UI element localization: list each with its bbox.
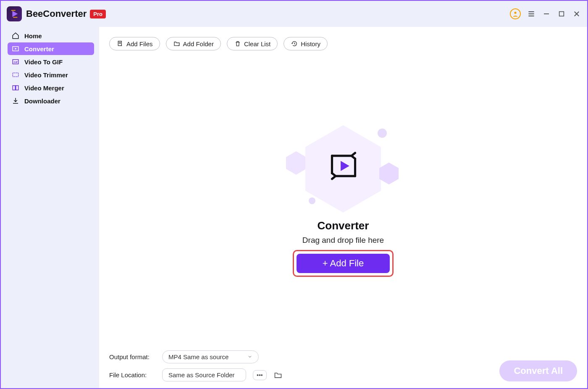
- svg-marker-0: [12, 11, 18, 17]
- add-file-button[interactable]: + Add File: [297, 254, 390, 273]
- pro-badge: Pro: [90, 10, 106, 18]
- sidebar-item-converter[interactable]: Converter: [8, 42, 94, 55]
- svg-point-1: [514, 12, 516, 14]
- add-file-icon: +: [116, 40, 124, 47]
- minimize-icon[interactable]: [542, 9, 551, 18]
- clear-list-button[interactable]: Clear List: [227, 37, 278, 50]
- menu-icon[interactable]: [527, 9, 536, 18]
- file-location-label: File Location:: [109, 371, 155, 378]
- sidebar-item-video-merger[interactable]: Video Merger: [8, 81, 94, 94]
- convert-all-button[interactable]: Convert All: [499, 360, 577, 381]
- home-icon: [12, 32, 19, 39]
- output-format-value: MP4 Same as source: [168, 353, 228, 360]
- sidebar: Home Converter GIF Video To GIF Video Tr…: [1, 27, 99, 388]
- output-format-select[interactable]: MP4 Same as source: [162, 350, 259, 363]
- sidebar-item-video-trimmer[interactable]: Video Trimmer: [8, 68, 94, 81]
- toolbar-label: History: [301, 40, 320, 47]
- convert-play-icon: [326, 148, 362, 186]
- title-bar: BeeConverter Pro: [1, 1, 587, 27]
- svg-rect-6: [559, 12, 564, 16]
- svg-rect-15: [16, 86, 18, 90]
- history-button[interactable]: History: [284, 37, 328, 50]
- toolbar: + Add Files + Add Folder Clear List Hist…: [99, 27, 587, 54]
- drop-title: Converter: [318, 219, 369, 232]
- add-folder-button[interactable]: + Add Folder: [166, 37, 221, 50]
- content-area: + Add Files + Add Folder Clear List Hist…: [99, 27, 587, 388]
- add-files-button[interactable]: + Add Files: [109, 37, 160, 50]
- svg-marker-10: [15, 48, 17, 50]
- gif-icon: GIF: [12, 58, 19, 66]
- chevron-down-icon: [247, 353, 252, 360]
- converter-icon: [12, 45, 19, 53]
- merger-icon: [12, 84, 19, 92]
- file-location-value: Same as Source Folder: [168, 371, 235, 378]
- trash-icon: [234, 40, 242, 47]
- more-options-button[interactable]: •••: [253, 370, 267, 380]
- highlight-annotation: + Add File: [293, 250, 394, 277]
- sidebar-item-label: Downloader: [24, 97, 60, 105]
- svg-rect-14: [13, 86, 15, 90]
- sidebar-item-home[interactable]: Home: [8, 29, 94, 42]
- file-location-input[interactable]: Same as Source Folder: [162, 368, 246, 381]
- sidebar-item-video-to-gif[interactable]: GIF Video To GIF: [8, 55, 94, 68]
- app-logo: [7, 6, 22, 21]
- app-title: BeeConverter: [26, 8, 87, 19]
- add-folder-icon: +: [173, 40, 181, 47]
- trimmer-icon: [12, 71, 19, 79]
- close-icon[interactable]: [572, 9, 581, 18]
- browse-folder-button[interactable]: [273, 371, 283, 380]
- account-icon[interactable]: [510, 8, 521, 19]
- sidebar-item-label: Video Trimmer: [24, 71, 68, 79]
- toolbar-label: Add Folder: [183, 40, 214, 47]
- svg-text:GIF: GIF: [14, 61, 18, 63]
- sidebar-item-label: Converter: [24, 45, 54, 53]
- output-format-label: Output format:: [109, 353, 155, 360]
- drop-illustration: [284, 123, 402, 215]
- history-icon: [291, 40, 298, 47]
- bottom-bar: Output format: MP4 Same as source File L…: [99, 345, 587, 388]
- sidebar-item-label: Home: [24, 32, 42, 39]
- toolbar-label: Clear List: [244, 40, 270, 47]
- download-icon: [12, 97, 19, 105]
- sidebar-item-label: Video To GIF: [24, 58, 63, 66]
- sidebar-item-label: Video Merger: [24, 84, 64, 92]
- drop-zone[interactable]: Converter Drag and drop file here + Add …: [99, 54, 587, 345]
- svg-marker-23: [341, 160, 349, 171]
- drop-subtitle: Drag and drop file here: [302, 236, 384, 245]
- sidebar-item-downloader[interactable]: Downloader: [8, 95, 94, 107]
- svg-rect-13: [13, 73, 18, 77]
- svg-text:+: +: [177, 44, 179, 47]
- svg-text:+: +: [121, 44, 122, 47]
- toolbar-label: Add Files: [126, 40, 153, 47]
- maximize-icon[interactable]: [557, 9, 566, 18]
